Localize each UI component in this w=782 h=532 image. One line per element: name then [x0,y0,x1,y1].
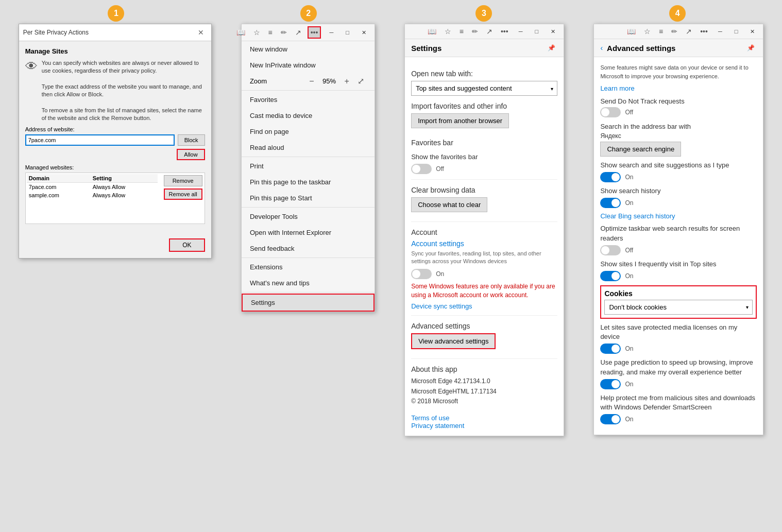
page-pred-status: On [625,381,633,388]
info-text-1: You can specify which websites are alway… [42,59,205,75]
menu-item-feedback[interactable]: Send feedback [242,241,375,256]
menu-item-extensions[interactable]: Extensions [242,259,375,275]
s-favorites-button[interactable]: ☆ [443,26,453,37]
adv-reading-list-button[interactable]: ≡ [657,26,665,37]
menu-list: New window New InPrivate window Zoom − 9… [242,41,375,312]
s-maximize-button[interactable]: □ [531,27,542,36]
favorites-bar-status: Off [436,165,444,173]
zoom-plus-button[interactable]: + [343,77,351,86]
adv-notes-button[interactable]: ✏ [669,26,679,37]
step-4-badge: 4 [669,5,686,22]
adv-reading-view-button[interactable]: 📖 [625,26,638,37]
block-button[interactable]: Block [178,134,205,146]
notes-button[interactable]: ✏ [279,27,289,38]
adv-minimize-button[interactable]: ─ [714,27,726,36]
share-button[interactable]: ↗ [293,27,303,38]
menu-item-favorites[interactable]: Favorites [242,92,375,108]
col-domain: Domain [29,175,91,181]
search-engine-name: Яндекс [600,132,757,140]
zoom-fullscreen-button[interactable]: ⤢ [355,76,366,86]
device-sync-link[interactable]: Device sync settings [411,302,472,310]
dialog-close-button[interactable]: ✕ [195,27,207,38]
allow-button[interactable]: Allow [177,149,205,160]
account-warning: Some Windows features are only available… [411,282,557,300]
s-share-button[interactable]: ↗ [484,26,495,37]
smartscreen-toggle[interactable] [600,414,621,424]
send-dnt-toggle[interactable] [600,107,621,117]
adv-pin-button[interactable]: 📌 [745,43,757,53]
send-dnt-status: Off [625,109,633,116]
s-reading-view-button[interactable]: 📖 [426,26,438,37]
search-history-toggle[interactable] [600,198,621,208]
smartscreen-status: On [625,416,633,423]
menu-divider-3 [242,207,375,208]
terms-link[interactable]: Terms of use [411,414,449,422]
zoom-minus-button[interactable]: − [307,77,316,86]
adv-menu-button[interactable]: ••• [698,26,710,37]
menu-item-new-window[interactable]: New window [242,41,375,57]
settings-pin-button[interactable]: 📌 [546,43,557,53]
import-browser-button[interactable]: Import from another browser [411,113,509,128]
favorites-button[interactable]: ☆ [251,27,262,38]
table-row[interactable]: sample.com Always Allow [27,191,158,199]
menu-item-find[interactable]: Find on page [242,124,375,140]
cookies-select[interactable]: Don't block cookies Block only third par… [604,300,753,315]
account-sync-toggle[interactable] [411,269,432,279]
media-label: Let sites save protected media licenses … [600,323,757,341]
learn-more-link[interactable]: Learn more [600,84,757,92]
privacy-link[interactable]: Privacy statement [411,422,464,430]
advanced-section-title: Advanced settings [411,322,557,330]
taskbar-toggle[interactable] [600,245,621,255]
s-notes-button[interactable]: ✏ [470,26,480,37]
open-tab-select[interactable]: Top sites and suggested content [411,81,557,96]
manage-sites-title: Manage Sites [25,47,205,55]
top-sites-toggle[interactable] [600,271,621,281]
reading-view-button[interactable]: 📖 [234,27,247,38]
s-close-button[interactable]: ✕ [547,27,559,36]
menu-item-ie[interactable]: Open with Internet Explorer [242,225,375,241]
address-input[interactable] [25,134,175,146]
adv-favorites-button[interactable]: ☆ [642,26,653,37]
s-minimize-button[interactable]: ─ [515,27,527,36]
account-settings-link[interactable]: Account settings [411,239,557,248]
view-advanced-button[interactable]: View advanced settings [412,334,495,348]
reading-list-button[interactable]: ≡ [266,27,275,38]
account-desc: Sync your favorites, reading list, top s… [411,250,557,266]
ok-button[interactable]: OK [169,238,205,252]
menu-button[interactable]: ••• [308,26,321,39]
remove-button[interactable]: Remove [164,175,202,186]
adv-share-button[interactable]: ↗ [684,26,694,37]
clear-data-button[interactable]: Choose what to clear [411,197,487,212]
clear-bing-link[interactable]: Clear Bing search history [600,212,757,220]
menu-item-read-aloud[interactable]: Read aloud [242,140,375,156]
change-engine-button[interactable]: Change search engine [600,142,681,157]
menu-item-print[interactable]: Print [242,158,375,174]
menu-divider-5 [242,292,375,293]
table-row[interactable]: 7pace.com Always Allow [27,183,158,191]
menu-item-whats-new[interactable]: What's new and tips [242,275,375,291]
window-close-button[interactable]: ✕ [358,28,370,37]
step-3-badge: 3 [475,5,492,22]
menu-item-pin-start[interactable]: Pin this page to Start [242,190,375,206]
menu-item-cast[interactable]: Cast media to device [242,108,375,124]
minimize-button[interactable]: ─ [325,28,337,37]
adv-back-button[interactable]: ‹ [600,44,603,52]
adv-maximize-button[interactable]: □ [730,27,742,36]
info-text-2: Type the exact address of the website yo… [42,83,205,99]
page-pred-toggle[interactable] [600,379,621,389]
favorites-bar-toggle[interactable] [411,164,432,174]
remove-all-button[interactable]: Remove all [164,188,202,200]
s-reading-list-button[interactable]: ≡ [457,26,466,37]
send-dnt-label: Send Do Not Track requests [600,97,757,105]
s-menu-button[interactable]: ••• [499,26,511,37]
menu-item-settings[interactable]: Settings [242,294,375,312]
media-toggle[interactable] [600,344,621,354]
maximize-button[interactable]: □ [342,28,353,37]
address-label: Address of website: [25,126,205,132]
suggestions-toggle[interactable] [600,172,621,182]
menu-item-devtools[interactable]: Developer Tools [242,209,375,225]
browser-menu-panel: 📖 ☆ ≡ ✏ ↗ ••• ─ □ ✕ New window New InPri… [241,24,375,312]
menu-item-new-inprivate[interactable]: New InPrivate window [242,57,375,73]
menu-item-pin-taskbar[interactable]: Pin this page to the taskbar [242,174,375,190]
adv-close-button[interactable]: ✕ [746,27,759,36]
